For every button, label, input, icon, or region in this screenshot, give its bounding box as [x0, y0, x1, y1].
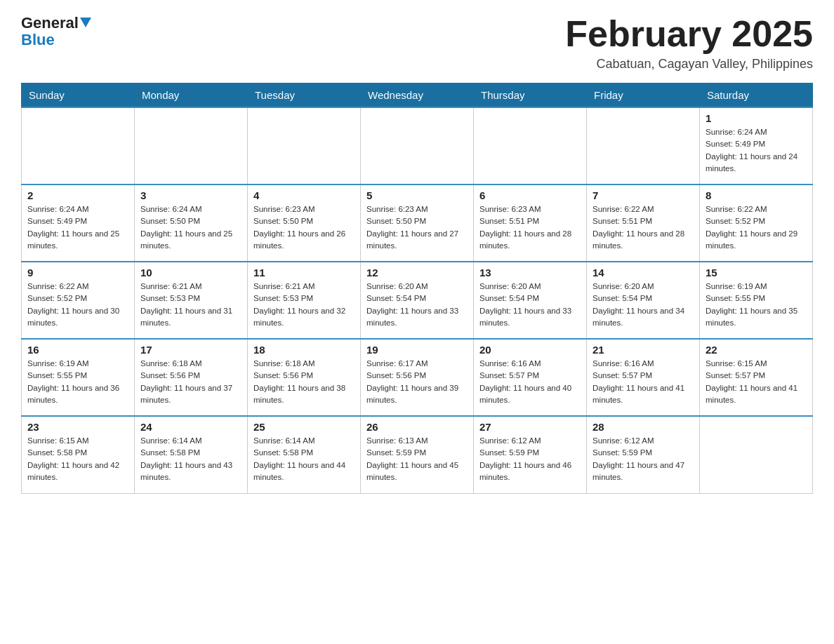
day-number: 24 — [140, 421, 241, 433]
calendar-table: SundayMondayTuesdayWednesdayThursdayFrid… — [21, 83, 813, 494]
day-number: 20 — [479, 344, 581, 356]
day-number: 22 — [706, 344, 807, 356]
calendar-cell: 17Sunrise: 6:18 AMSunset: 5:56 PMDayligh… — [135, 339, 248, 416]
calendar-cell: 21Sunrise: 6:16 AMSunset: 5:57 PMDayligh… — [587, 339, 700, 416]
calendar-cell: 10Sunrise: 6:21 AMSunset: 5:53 PMDayligh… — [135, 262, 248, 339]
calendar-header: SundayMondayTuesdayWednesdayThursdayFrid… — [22, 83, 813, 108]
day-number: 3 — [140, 189, 241, 201]
day-info: Sunrise: 6:23 AMSunset: 5:50 PMDaylight:… — [253, 203, 355, 252]
calendar-week-1: 1Sunrise: 6:24 AMSunset: 5:49 PMDaylight… — [22, 107, 813, 185]
header-row: SundayMondayTuesdayWednesdayThursdayFrid… — [22, 83, 813, 108]
day-info: Sunrise: 6:21 AMSunset: 5:53 PMDaylight:… — [140, 281, 241, 329]
column-header-thursday: Thursday — [474, 83, 587, 108]
calendar-cell: 8Sunrise: 6:22 AMSunset: 5:52 PMDaylight… — [700, 185, 813, 262]
day-info: Sunrise: 6:24 AMSunset: 5:50 PMDaylight:… — [140, 203, 241, 252]
day-number: 23 — [27, 421, 128, 433]
day-info: Sunrise: 6:14 AMSunset: 5:58 PMDaylight:… — [140, 435, 241, 483]
day-info: Sunrise: 6:14 AMSunset: 5:58 PMDaylight:… — [253, 435, 355, 483]
calendar-cell: 24Sunrise: 6:14 AMSunset: 5:58 PMDayligh… — [135, 416, 248, 493]
day-number: 25 — [253, 421, 355, 433]
day-info: Sunrise: 6:22 AMSunset: 5:52 PMDaylight:… — [27, 281, 128, 329]
day-info: Sunrise: 6:12 AMSunset: 5:59 PMDaylight:… — [593, 435, 694, 483]
day-info: Sunrise: 6:20 AMSunset: 5:54 PMDaylight:… — [366, 281, 468, 329]
day-number: 18 — [253, 344, 355, 356]
column-header-tuesday: Tuesday — [248, 83, 361, 108]
day-number: 19 — [366, 344, 468, 356]
calendar-cell: 25Sunrise: 6:14 AMSunset: 5:58 PMDayligh… — [248, 416, 361, 493]
day-number: 16 — [27, 344, 128, 356]
calendar-cell: 5Sunrise: 6:23 AMSunset: 5:50 PMDaylight… — [361, 185, 474, 262]
calendar-cell: 19Sunrise: 6:17 AMSunset: 5:56 PMDayligh… — [361, 339, 474, 416]
calendar-cell: 15Sunrise: 6:19 AMSunset: 5:55 PMDayligh… — [700, 262, 813, 339]
calendar-cell — [700, 416, 813, 493]
calendar-cell — [587, 107, 700, 185]
logo-triangle-icon — [79, 14, 92, 32]
calendar-cell: 11Sunrise: 6:21 AMSunset: 5:53 PMDayligh… — [248, 262, 361, 339]
day-number: 21 — [593, 344, 694, 356]
day-number: 2 — [27, 189, 128, 201]
day-info: Sunrise: 6:21 AMSunset: 5:53 PMDaylight:… — [253, 281, 355, 329]
logo: General Blue — [21, 14, 92, 49]
calendar-cell: 28Sunrise: 6:12 AMSunset: 5:59 PMDayligh… — [587, 416, 700, 493]
day-number: 1 — [706, 112, 807, 124]
calendar-cell: 20Sunrise: 6:16 AMSunset: 5:57 PMDayligh… — [474, 339, 587, 416]
day-info: Sunrise: 6:18 AMSunset: 5:56 PMDaylight:… — [253, 358, 355, 406]
calendar-cell: 9Sunrise: 6:22 AMSunset: 5:52 PMDaylight… — [22, 262, 135, 339]
calendar-cell: 7Sunrise: 6:22 AMSunset: 5:51 PMDaylight… — [587, 185, 700, 262]
calendar-cell: 13Sunrise: 6:20 AMSunset: 5:54 PMDayligh… — [474, 262, 587, 339]
day-info: Sunrise: 6:22 AMSunset: 5:52 PMDaylight:… — [706, 203, 807, 252]
day-info: Sunrise: 6:20 AMSunset: 5:54 PMDaylight:… — [593, 281, 694, 329]
calendar-cell: 22Sunrise: 6:15 AMSunset: 5:57 PMDayligh… — [700, 339, 813, 416]
day-number: 7 — [593, 189, 694, 201]
calendar-cell: 1Sunrise: 6:24 AMSunset: 5:49 PMDaylight… — [700, 107, 813, 185]
day-number: 8 — [706, 189, 807, 201]
column-header-monday: Monday — [135, 83, 248, 108]
day-info: Sunrise: 6:17 AMSunset: 5:56 PMDaylight:… — [366, 358, 468, 406]
day-info: Sunrise: 6:24 AMSunset: 5:49 PMDaylight:… — [27, 203, 128, 252]
day-number: 26 — [366, 421, 468, 433]
calendar-week-2: 2Sunrise: 6:24 AMSunset: 5:49 PMDaylight… — [22, 185, 813, 262]
calendar-cell — [22, 107, 135, 185]
title-block: February 2025 Cabatuan, Cagayan Valley, … — [565, 14, 813, 72]
calendar-week-5: 23Sunrise: 6:15 AMSunset: 5:58 PMDayligh… — [22, 416, 813, 493]
logo-general: General — [21, 14, 79, 32]
day-number: 13 — [479, 267, 581, 279]
calendar-cell: 26Sunrise: 6:13 AMSunset: 5:59 PMDayligh… — [361, 416, 474, 493]
day-number: 11 — [253, 267, 355, 279]
day-number: 4 — [253, 189, 355, 201]
svg-marker-0 — [80, 18, 91, 27]
day-number: 27 — [479, 421, 581, 433]
page-title: February 2025 — [565, 14, 813, 54]
page-subtitle: Cabatuan, Cagayan Valley, Philippines — [565, 57, 813, 72]
calendar-cell: 23Sunrise: 6:15 AMSunset: 5:58 PMDayligh… — [22, 416, 135, 493]
column-header-saturday: Saturday — [700, 83, 813, 108]
day-number: 10 — [140, 267, 241, 279]
day-info: Sunrise: 6:13 AMSunset: 5:59 PMDaylight:… — [366, 435, 468, 483]
day-number: 12 — [366, 267, 468, 279]
column-header-friday: Friday — [587, 83, 700, 108]
day-number: 17 — [140, 344, 241, 356]
calendar-cell: 12Sunrise: 6:20 AMSunset: 5:54 PMDayligh… — [361, 262, 474, 339]
day-info: Sunrise: 6:23 AMSunset: 5:51 PMDaylight:… — [479, 203, 581, 252]
calendar-cell: 6Sunrise: 6:23 AMSunset: 5:51 PMDaylight… — [474, 185, 587, 262]
day-info: Sunrise: 6:23 AMSunset: 5:50 PMDaylight:… — [366, 203, 468, 252]
page-header: General Blue February 2025 Cabatuan, Cag… — [21, 14, 813, 72]
day-info: Sunrise: 6:22 AMSunset: 5:51 PMDaylight:… — [593, 203, 694, 252]
calendar-cell: 16Sunrise: 6:19 AMSunset: 5:55 PMDayligh… — [22, 339, 135, 416]
calendar-cell — [361, 107, 474, 185]
day-info: Sunrise: 6:18 AMSunset: 5:56 PMDaylight:… — [140, 358, 241, 406]
calendar-cell — [474, 107, 587, 185]
day-info: Sunrise: 6:15 AMSunset: 5:57 PMDaylight:… — [706, 358, 807, 406]
logo-blue: Blue — [21, 31, 55, 49]
day-number: 15 — [706, 267, 807, 279]
day-number: 28 — [593, 421, 694, 433]
calendar-cell — [248, 107, 361, 185]
day-info: Sunrise: 6:12 AMSunset: 5:59 PMDaylight:… — [479, 435, 581, 483]
calendar-cell: 3Sunrise: 6:24 AMSunset: 5:50 PMDaylight… — [135, 185, 248, 262]
calendar-week-3: 9Sunrise: 6:22 AMSunset: 5:52 PMDaylight… — [22, 262, 813, 339]
day-number: 14 — [593, 267, 694, 279]
calendar-cell: 14Sunrise: 6:20 AMSunset: 5:54 PMDayligh… — [587, 262, 700, 339]
day-info: Sunrise: 6:15 AMSunset: 5:58 PMDaylight:… — [27, 435, 128, 483]
day-info: Sunrise: 6:16 AMSunset: 5:57 PMDaylight:… — [593, 358, 694, 406]
calendar-cell: 27Sunrise: 6:12 AMSunset: 5:59 PMDayligh… — [474, 416, 587, 493]
